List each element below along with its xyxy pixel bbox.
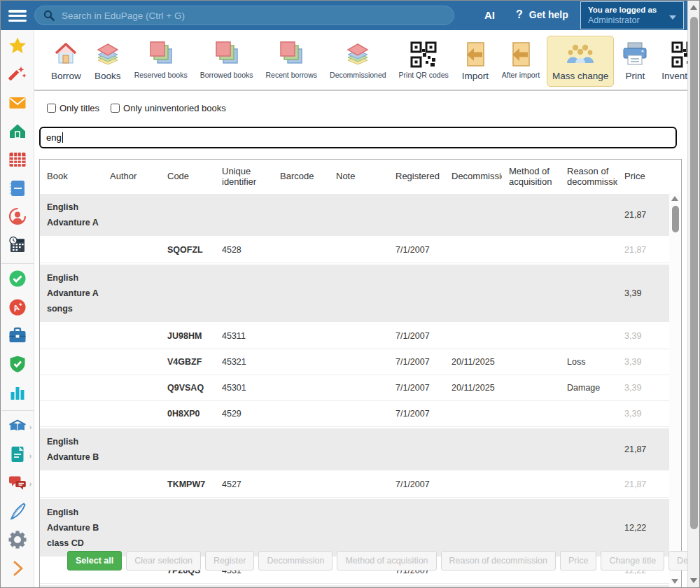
sidebar-item-chat-bubbles[interactable]: › (1, 470, 34, 498)
table-scrollbar-thumb[interactable] (672, 206, 679, 232)
register-button[interactable]: Register (205, 551, 255, 570)
toolbar-item-label: Reserved books (134, 71, 188, 79)
person-icon (8, 207, 27, 228)
window-scrollbar-thumb[interactable] (690, 17, 698, 529)
ai-button[interactable]: AI (484, 9, 495, 21)
copy-row[interactable]: Q9VSAQ453017/1/200720/11/2025Damage3,39 (40, 375, 671, 401)
left-sidebar: A+››› (1, 30, 34, 588)
window-scrollbar[interactable] (687, 1, 699, 587)
cell-reason-of-decommission: Loss (560, 357, 617, 367)
toolbar-item-decommissioned[interactable]: Decommissioned (324, 36, 392, 85)
scroll-up-arrow-icon[interactable] (690, 5, 697, 10)
stacked-squares-icon (213, 40, 241, 69)
copy-row[interactable]: TKMPW745277/1/200721,87 (40, 472, 671, 498)
cell-registered: 7/1/2007 (388, 331, 444, 341)
title-row[interactable]: EnglishAdvanture B21,87 (40, 427, 671, 472)
toolbar-item-recent-borrows[interactable]: Recent borrows (260, 36, 323, 85)
hamburger-menu-icon[interactable] (8, 8, 28, 23)
timetable-icon (8, 150, 27, 172)
sidebar-item-bar-chart[interactable] (1, 379, 34, 408)
title-row[interactable]: EnglishAdvanture Asongs3,39 (40, 263, 671, 323)
toolbar-item-borrowed-books[interactable]: Borrowed books (195, 36, 259, 85)
toolbar-item-print-qr-codes[interactable]: Print QR codes (393, 36, 454, 85)
magic-wand-icon (8, 65, 27, 86)
book-filter-input[interactable]: eng (39, 127, 677, 148)
sidebar-item-pen[interactable] (1, 498, 34, 527)
sidebar-item-gear[interactable] (1, 527, 34, 556)
title-row[interactable]: EnglishAdvanture A21,87 (40, 192, 671, 237)
only-uninventoried-checkbox[interactable] (111, 104, 120, 113)
sidebar-item-notebook[interactable] (1, 175, 34, 204)
sidebar-item-star[interactable] (1, 33, 34, 62)
title-row[interactable]: EnglishAdvanture Bclass CD12,22 (40, 498, 671, 558)
toolbar-item-label: Print QR codes (399, 71, 449, 79)
sidebar-item-grade-a-plus[interactable]: A+ (1, 294, 34, 323)
chevron-right-icon: › (29, 451, 32, 460)
toolbar-item-books[interactable]: Books (88, 36, 127, 87)
sidebar-item-chevron-right[interactable] (1, 555, 34, 584)
cell-unique-identifier: 4528 (215, 245, 273, 255)
username-label: Administrator (588, 15, 676, 25)
sidebar-item-calendar-clock[interactable] (1, 232, 34, 261)
sidebar-item-timetable[interactable] (1, 147, 34, 176)
toolbar-item-after-import[interactable]: After import (496, 36, 545, 85)
copy-row[interactable]: V4GBZF453217/1/200720/11/2025Loss3,39 (40, 349, 671, 375)
column-header-registered: Registered (388, 171, 444, 181)
method-of-acquisition-button[interactable]: Method of acquisition (337, 551, 436, 570)
logged-as-label: You are logged as (588, 6, 676, 14)
logged-in-user-menu[interactable]: You are logged as Administrator (580, 1, 684, 29)
cell-unique-identifier: 45321 (215, 357, 273, 367)
price-button[interactable]: Price (560, 551, 596, 570)
cell-price: 21,87 (617, 245, 671, 255)
copy-row[interactable]: JU98HM453117/1/20073,39 (40, 323, 671, 349)
chevron-right-icon: › (29, 479, 32, 488)
copy-row[interactable]: SQOFZL45287/1/200721,87 (40, 237, 671, 263)
title-row[interactable]: EnglishAdvanture B3,39 (40, 584, 671, 588)
sidebar-item-home-green[interactable] (1, 118, 34, 147)
pen-icon (8, 502, 27, 523)
sidebar-item-document[interactable]: › (1, 442, 34, 470)
sidebar-item-check-circle[interactable] (1, 266, 34, 295)
only-uninventoried-filter: Only uninventoried books (111, 103, 226, 113)
briefcase-icon (8, 326, 27, 347)
sidebar-item-book-open[interactable]: › (1, 413, 34, 442)
toolbar-item-print[interactable]: Print (615, 36, 654, 87)
sidebar-item-person[interactable] (1, 204, 34, 232)
toolbar-item-reserved-books[interactable]: Reserved books (129, 36, 193, 85)
table-scrollbar[interactable] (669, 192, 681, 588)
copy-row[interactable]: 0H8XP045297/1/20073,39 (40, 401, 671, 427)
global-search-placeholder: Search in EduPage (Ctrl + G) (62, 10, 185, 21)
toolbar-item-borrow[interactable]: Borrow (46, 36, 87, 87)
toolbar-item-label: Borrowed books (200, 71, 253, 79)
change-title-button[interactable]: Change title (601, 551, 664, 570)
only-titles-checkbox[interactable] (47, 104, 56, 113)
shield-check-icon (8, 355, 27, 376)
reason-of-decommission-button[interactable]: Reason of decommission (441, 551, 556, 570)
cell-price: 3,39 (617, 409, 671, 419)
get-help-button[interactable]: ? Get help (516, 9, 568, 21)
sidebar-divider (1, 410, 34, 411)
layers-icon (94, 40, 122, 69)
sidebar-item-mail[interactable] (1, 90, 34, 118)
column-header-decommissioned: Decommissioned (444, 171, 502, 181)
sidebar-item-magic-wand[interactable] (1, 62, 34, 90)
cell-decommissioned: 20/11/2025 (444, 383, 502, 393)
mass-actions-bar: Select allClear selectionRegisterDecommi… (67, 551, 700, 570)
global-search-input[interactable]: Search in EduPage (Ctrl + G) (34, 6, 454, 25)
scroll-up-arrow-icon[interactable] (671, 196, 678, 201)
book-filter-value: eng (46, 132, 62, 143)
scroll-down-arrow-icon[interactable] (671, 579, 678, 584)
layers-icon (344, 40, 372, 69)
decommission-button[interactable]: Decommission (258, 551, 332, 570)
sidebar-item-briefcase[interactable] (1, 323, 34, 351)
toolbar-item-mass-change[interactable]: Mass change (547, 36, 614, 87)
scroll-down-arrow-icon[interactable] (690, 578, 697, 583)
toolbar-item-import[interactable]: Import (456, 36, 495, 87)
sidebar-item-shield-check[interactable] (1, 351, 34, 380)
cell-code: Q9VSAQ (160, 383, 215, 393)
select-all-button[interactable]: Select all (67, 551, 122, 570)
column-header-price: Price (617, 171, 672, 181)
import-arrow-icon (507, 40, 535, 69)
only-uninventoried-label: Only uninventoried books (123, 103, 226, 113)
clear-selection-button[interactable]: Clear selection (126, 551, 201, 570)
